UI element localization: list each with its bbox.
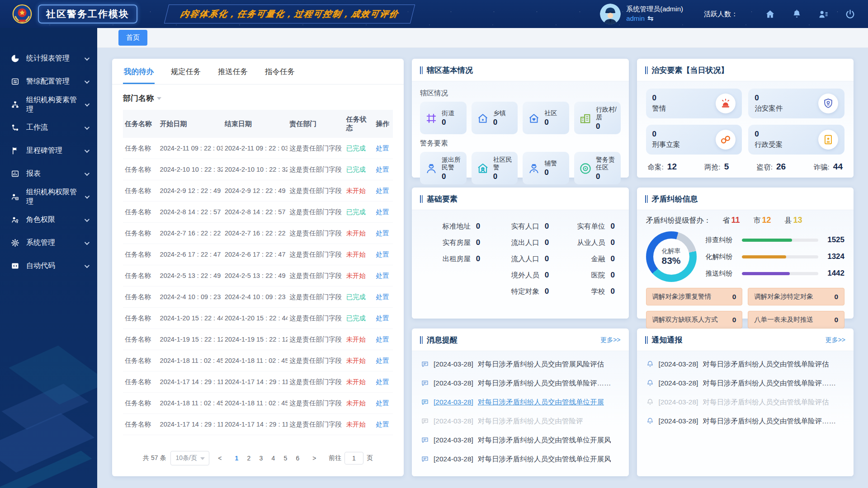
header-action-icon[interactable] bbox=[765, 9, 775, 19]
handle-link[interactable]: 处置 bbox=[376, 208, 389, 216]
sidebar-item-label: 报表 bbox=[26, 169, 41, 178]
task-tab[interactable]: 推送任务 bbox=[217, 59, 249, 84]
sidebar-item[interactable]: 组织机构要素管理 bbox=[0, 93, 97, 116]
message-item[interactable]: [2024-03-28] 对每日涉矛盾纠纷人员交由管线单险评…… bbox=[421, 374, 620, 393]
tab-home[interactable]: 首页 bbox=[118, 30, 147, 46]
message-item[interactable]: [2024-03-28] 对每日涉矛盾纠纷人员交由管险评 bbox=[421, 412, 620, 431]
handle-link[interactable]: 处置 bbox=[376, 336, 389, 343]
handle-link[interactable]: 处置 bbox=[376, 166, 389, 173]
status-badge: 未开始 bbox=[346, 357, 366, 364]
message-item[interactable]: [2024-03-28] 对每日涉矛盾纠纷人员交由管展风险评估 bbox=[421, 355, 620, 374]
task-end: 2024-1-20 15 : 22 : 44 bbox=[223, 308, 288, 329]
handle-link[interactable]: 处置 bbox=[376, 251, 389, 258]
handle-link[interactable]: 处置 bbox=[376, 421, 389, 428]
task-dept: 这是责任部门字段 bbox=[288, 393, 344, 414]
next-page-button[interactable]: > bbox=[308, 452, 321, 465]
message-item[interactable]: [2024-03-28] 对每日涉矛盾纠纷人员交由管线单位开展风 bbox=[421, 450, 620, 469]
handle-link[interactable]: 处置 bbox=[376, 378, 389, 385]
task-name: 任务名称 bbox=[123, 265, 158, 286]
slogan-text: 内容体系化，任务可量化，过程可控制，成效可评价 bbox=[179, 8, 400, 20]
page-number[interactable]: 1 bbox=[231, 452, 243, 465]
message-item[interactable]: [2024-03-28] 对每日涉矛盾纠纷人员交由管线单位开展风 bbox=[421, 431, 620, 450]
more-link[interactable]: 更多>> bbox=[826, 336, 845, 344]
notice-item[interactable]: [2024-03-28] 对每日涉矛盾纠纷人员交由管线单险评…… bbox=[646, 374, 845, 393]
notice-item[interactable]: [2024-03-28] 对每日涉矛盾纠纷人员交由管线单险评估 bbox=[646, 393, 845, 412]
header-action-icon[interactable] bbox=[818, 9, 829, 19]
task-start: 2024-1-18 11 : 02 : 45 bbox=[158, 350, 223, 371]
task-tab[interactable]: 指令任务 bbox=[264, 59, 296, 84]
page-number[interactable]: 2 bbox=[243, 452, 255, 465]
security-stat-icon bbox=[822, 98, 834, 109]
sidebar-item-icon bbox=[11, 100, 19, 109]
notice-date: [2024-03-28] bbox=[659, 417, 698, 425]
donut-value: 83% bbox=[661, 255, 680, 266]
security-stat-card: 0 刑事立案 bbox=[646, 125, 742, 155]
page-number[interactable]: 4 bbox=[267, 452, 279, 465]
handle-link[interactable]: 处置 bbox=[376, 187, 389, 194]
notice-date: [2024-03-28] bbox=[659, 398, 698, 406]
sidebar-item[interactable]: 角色权限 bbox=[0, 208, 97, 231]
dispute-alert-button[interactable]: 调解对象涉特定对象 0 bbox=[748, 288, 844, 305]
task-dept: 这是责任部门字段 bbox=[288, 329, 344, 350]
sidebar-item[interactable]: 统计报表管理 bbox=[0, 47, 97, 70]
page-number[interactable]: 3 bbox=[255, 452, 267, 465]
handle-link[interactable]: 处置 bbox=[376, 357, 389, 364]
stat-tile-label: 行政村/居 bbox=[596, 106, 617, 121]
notice-bell-icon bbox=[646, 360, 654, 368]
task-tab[interactable]: 规定任务 bbox=[170, 59, 202, 84]
notice-item[interactable]: [2024-03-28] 对每日涉矛盾纠纷人员交由管线单险评…… bbox=[646, 412, 845, 431]
goto-page-input[interactable] bbox=[344, 452, 363, 465]
user-name[interactable]: admin ⇆ bbox=[626, 14, 683, 23]
sidebar-item[interactable]: 报表 bbox=[0, 162, 97, 185]
page-number[interactable]: 6 bbox=[292, 452, 304, 465]
chevron-down-icon bbox=[157, 97, 161, 100]
notice-date: [2024-03-28] bbox=[659, 360, 698, 368]
sidebar-item[interactable]: 工作流 bbox=[0, 116, 97, 139]
message-text: 对每日涉矛盾纠纷人员交由管险评 bbox=[478, 417, 583, 426]
sidebar-item[interactable]: 组织机构权限管理 bbox=[0, 185, 97, 208]
task-end: 2024-2-10 10 : 22 : 32 bbox=[223, 159, 288, 180]
dispute-alert-button[interactable]: 调解对象涉重复警情 0 bbox=[646, 288, 743, 305]
sidebar-item-label: 系统管理 bbox=[26, 238, 55, 248]
security-stat-label: 行政受案 bbox=[755, 140, 783, 150]
sidebar-item-label: 统计报表管理 bbox=[26, 54, 70, 63]
switch-user-icon[interactable]: ⇆ bbox=[647, 14, 653, 23]
header-action-icon[interactable] bbox=[845, 9, 855, 19]
handle-link[interactable]: 处置 bbox=[376, 272, 389, 279]
security-stat-icon bbox=[720, 98, 731, 109]
message-bubble-icon bbox=[421, 455, 429, 463]
dispute-alert-button[interactable]: 调解双方缺联系人方式 0 bbox=[646, 311, 743, 328]
sidebar-item[interactable]: 里程碑管理 bbox=[0, 139, 97, 162]
table-column-header: 任务名称 bbox=[123, 110, 158, 138]
message-item[interactable]: [2024-03-28] 对每日涉矛盾纠纷人员交由管线单位开展 bbox=[421, 393, 620, 412]
notice-item[interactable]: [2024-03-28] 对每日涉矛盾纠纷人员交由管线单险评估 bbox=[646, 355, 845, 374]
active-users-label: 活跃人数： bbox=[704, 10, 738, 19]
messages-panel: 消息提醒 更多>> [2024-03-28] 对每日涉矛盾纠纷人员交由管展风险评… bbox=[412, 328, 629, 476]
task-tab[interactable]: 我的待办 bbox=[123, 59, 155, 84]
dispute-alert-button[interactable]: 八单一表未及时推送 0 bbox=[748, 311, 844, 328]
table-row: 任务名称 2024-1-19 15 : 22 : 12 2024-1-19 15… bbox=[123, 329, 393, 350]
security-stat-value: 0 bbox=[755, 94, 783, 103]
handle-link[interactable]: 处置 bbox=[376, 399, 389, 407]
sidebar-item-icon bbox=[11, 239, 19, 247]
header-action-icon[interactable] bbox=[792, 9, 802, 19]
sidebar-item[interactable]: 自动代码 bbox=[0, 254, 97, 277]
status-badge: 未开始 bbox=[346, 230, 366, 237]
more-link[interactable]: 更多>> bbox=[600, 336, 620, 344]
avatar[interactable] bbox=[600, 4, 621, 24]
sidebar-item[interactable]: 系统管理 bbox=[0, 231, 97, 254]
security-stat-label: 刑事立案 bbox=[652, 140, 680, 150]
department-filter[interactable]: 部门名称 bbox=[112, 84, 404, 105]
prev-page-button[interactable]: < bbox=[214, 452, 226, 465]
handle-link[interactable]: 处置 bbox=[376, 314, 389, 322]
task-end: 2024-1-18 11 : 02 : 45 bbox=[223, 393, 288, 414]
stat-tile-label: 辅警 bbox=[544, 160, 557, 167]
title-mark bbox=[645, 195, 648, 203]
handle-link[interactable]: 处置 bbox=[376, 230, 389, 237]
task-start: 2024-2-8 14 : 22 : 57 bbox=[158, 202, 223, 223]
page-number[interactable]: 5 bbox=[279, 452, 292, 465]
page-size-select[interactable]: 10条/页 bbox=[170, 451, 209, 465]
sidebar-item[interactable]: 警综配置管理 bbox=[0, 70, 97, 93]
handle-link[interactable]: 处置 bbox=[376, 145, 389, 152]
handle-link[interactable]: 处置 bbox=[376, 293, 389, 300]
